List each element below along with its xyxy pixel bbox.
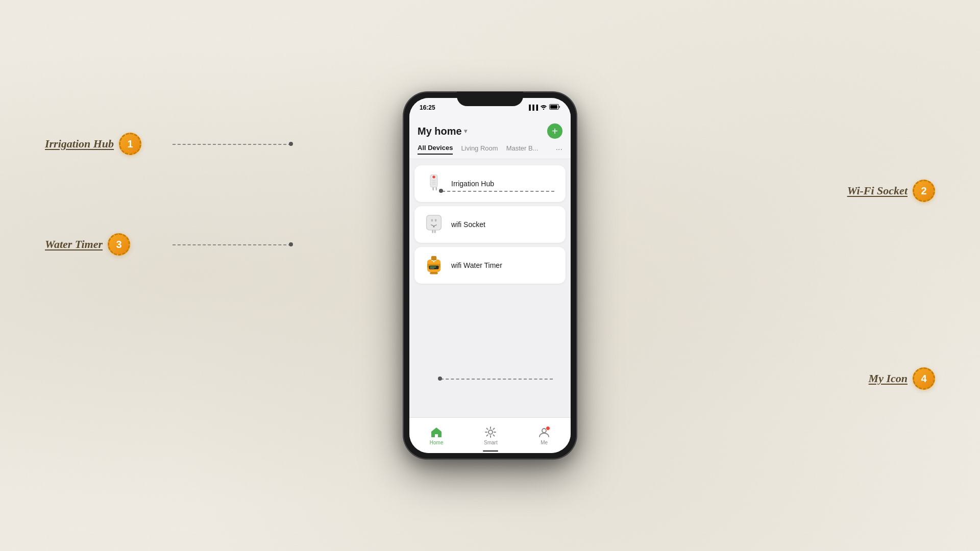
me-nav-label: Me bbox=[541, 440, 548, 445]
dot-1 bbox=[289, 142, 293, 146]
annotation-badge-2: 2 bbox=[913, 180, 935, 202]
smart-nav-label: Smart bbox=[484, 440, 498, 445]
annotation-1: Irrigation Hub 1 bbox=[45, 133, 141, 155]
me-nav-icon bbox=[538, 426, 550, 438]
dot-2 bbox=[439, 189, 443, 193]
svg-rect-10 bbox=[427, 215, 442, 230]
phone-notch bbox=[457, 92, 523, 106]
svg-point-0 bbox=[543, 108, 544, 109]
add-device-button[interactable]: + bbox=[547, 123, 562, 139]
svg-rect-19 bbox=[430, 272, 438, 274]
battery-icon bbox=[549, 104, 560, 111]
annotation-label-4: My Icon bbox=[869, 372, 908, 385]
device-tabs: All Devices Living Room Master B... ··· bbox=[409, 144, 571, 159]
svg-rect-6 bbox=[436, 187, 437, 190]
home-title-container[interactable]: My home ▾ bbox=[418, 126, 467, 137]
tab-all-devices[interactable]: All Devices bbox=[418, 144, 453, 155]
svg-rect-11 bbox=[431, 219, 433, 221]
svg-point-4 bbox=[432, 176, 435, 178]
home-title-text: My home bbox=[418, 126, 462, 137]
smart-nav-icon bbox=[484, 426, 497, 438]
tab-living-room[interactable]: Living Room bbox=[461, 144, 498, 154]
svg-rect-20 bbox=[429, 266, 438, 269]
svg-line-29 bbox=[487, 428, 488, 429]
device-card-water-timer[interactable]: wifi Water Timer bbox=[414, 247, 566, 284]
dashed-line-1 bbox=[173, 144, 291, 145]
home-nav-label: Home bbox=[430, 440, 444, 445]
svg-point-13 bbox=[433, 226, 435, 228]
svg-rect-5 bbox=[432, 187, 434, 190]
wifi-socket-icon bbox=[423, 213, 445, 236]
tab-master-bedroom[interactable]: Master B... bbox=[506, 144, 538, 154]
signal-icon: ▐▐▐ bbox=[527, 105, 538, 110]
svg-rect-22 bbox=[430, 268, 434, 268]
svg-point-24 bbox=[488, 430, 493, 434]
device-name-irrigation-hub: Irrigation Hub bbox=[451, 180, 494, 188]
svg-line-30 bbox=[494, 435, 495, 436]
annotation-label-2: Wi-Fi Socket bbox=[847, 184, 908, 197]
nav-home[interactable]: Home bbox=[430, 426, 444, 445]
home-caret: ▾ bbox=[464, 128, 467, 135]
svg-rect-14 bbox=[432, 230, 433, 233]
annotation-badge-1: 1 bbox=[119, 133, 141, 155]
annotation-4: 4 My Icon bbox=[869, 367, 935, 390]
svg-rect-15 bbox=[434, 230, 436, 233]
svg-rect-12 bbox=[435, 219, 437, 221]
tab-more-button[interactable]: ··· bbox=[556, 145, 562, 154]
svg-point-23 bbox=[433, 261, 434, 262]
annotation-3: Water Timer 3 bbox=[45, 233, 130, 256]
annotation-label-1: Irrigation Hub bbox=[45, 137, 114, 151]
svg-rect-21 bbox=[430, 267, 436, 268]
water-timer-icon bbox=[423, 254, 445, 277]
svg-rect-17 bbox=[431, 256, 436, 261]
svg-line-32 bbox=[487, 435, 488, 436]
svg-line-31 bbox=[494, 428, 495, 429]
status-icons: ▐▐▐ bbox=[527, 104, 560, 111]
phone-mockup: 16:25 ▐▐▐ bbox=[403, 92, 577, 459]
wifi-status-icon bbox=[540, 105, 547, 111]
app-header: My home ▾ + bbox=[409, 120, 571, 144]
dot-3 bbox=[289, 242, 293, 246]
phone-frame: 16:25 ▐▐▐ bbox=[403, 92, 577, 459]
device-name-water-timer: wifi Water Timer bbox=[451, 261, 502, 269]
nav-smart[interactable]: Smart bbox=[484, 426, 498, 445]
dashed-line-3 bbox=[173, 244, 291, 245]
annotation-2: 2 Wi-Fi Socket bbox=[847, 180, 935, 202]
home-nav-icon bbox=[430, 426, 443, 438]
annotation-badge-3: 3 bbox=[108, 233, 130, 256]
device-list: Irrigation Hub bbox=[409, 159, 571, 417]
device-card-wifi-socket[interactable]: wifi Socket bbox=[414, 206, 566, 243]
annotation-label-3: Water Timer bbox=[45, 238, 103, 251]
device-name-wifi-socket: wifi Socket bbox=[451, 220, 485, 229]
device-card-irrigation-hub[interactable]: Irrigation Hub bbox=[414, 165, 566, 202]
nav-me[interactable]: Me bbox=[538, 426, 550, 445]
annotation-badge-4: 4 bbox=[913, 367, 935, 390]
svg-rect-2 bbox=[550, 105, 557, 109]
phone-screen: 16:25 ▐▐▐ bbox=[409, 98, 571, 453]
dot-4 bbox=[438, 377, 442, 381]
status-time: 16:25 bbox=[420, 104, 435, 111]
svg-point-33 bbox=[542, 429, 546, 433]
bottom-navigation: Home bbox=[409, 417, 571, 453]
